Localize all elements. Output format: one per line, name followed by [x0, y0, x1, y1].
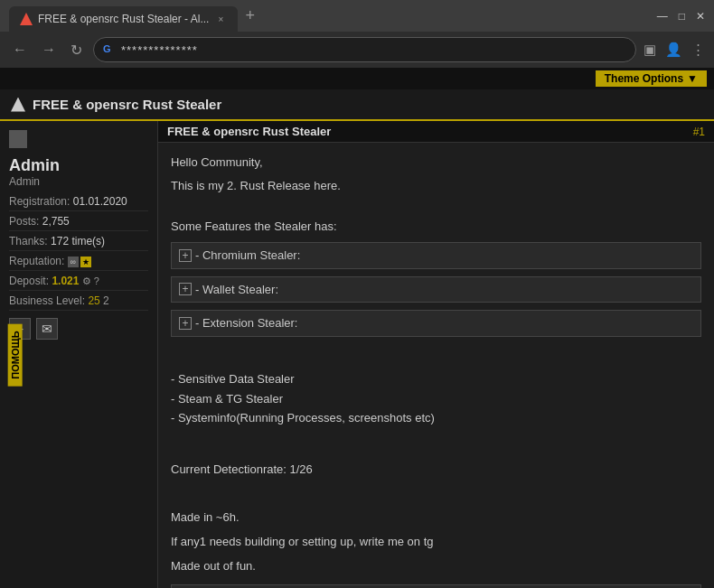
help-label[interactable]: ПОМОЩЬ [8, 323, 23, 386]
forward-button[interactable]: → [38, 40, 60, 60]
reputation-icons: ∞ ★ [68, 257, 91, 267]
deposit-label: Deposit: [9, 275, 49, 287]
tab-title: FREE & opensrc Rust Stealer - Al... [38, 13, 209, 25]
made-line2: If any1 needs building or setting up, wr… [171, 533, 701, 552]
profile-icon[interactable]: 👤 [665, 42, 682, 58]
deposit-icons: ⚙ ? [82, 275, 99, 286]
post-header-title: FREE & opensrc Rust Stealer [167, 125, 331, 138]
forum-header: FREE & opensrc Rust Stealer [0, 89, 714, 121]
deposit-info: Deposit: 1.021 ⚙ ? [9, 275, 148, 291]
spoiler-chromium-header[interactable]: + - Chromium Stealer: [172, 243, 700, 268]
theme-options-button[interactable]: Theme Options ▼ [596, 70, 707, 87]
spoiler-extension: + - Extension Stealer: [171, 310, 701, 337]
registration-date: 01.01.2020 [73, 195, 127, 208]
forum-topbar: Theme Options ▼ [0, 68, 714, 89]
rep-icon-1: ∞ [68, 257, 79, 267]
toolbar-icons: ▣ 👤 ⋮ [644, 42, 705, 58]
features-list: - Sensitive Data Stealer - Steam & TG St… [171, 370, 701, 427]
spoiler-extension-toggle[interactable]: + [179, 317, 192, 330]
made-line1: Made in ~6h. [171, 509, 701, 527]
extensions-icon[interactable]: ▣ [644, 42, 656, 58]
thanks-label: Thanks: [9, 235, 48, 247]
browser-toolbar: ← → ↻ G ************** ▣ 👤 ⋮ [0, 32, 714, 68]
made-info: Made in ~6h. If any1 needs building or s… [171, 509, 701, 575]
spoiler-chromium: + - Chromium Stealer: [171, 242, 701, 269]
rep-icon-2: ★ [80, 257, 91, 267]
avatar [9, 130, 27, 148]
forum-logo-icon [11, 98, 25, 112]
hidden-text-box-1: 💬 Hidden text, the following conditions … [171, 584, 701, 588]
feature-item-3: - Systeminfo(Running Processes, screensh… [171, 409, 701, 427]
username: Admin [9, 156, 148, 175]
feature-item-2: - Steam & TG Stealer [171, 390, 701, 408]
registration-label: Registration: [9, 195, 70, 208]
menu-icon[interactable]: ⋮ [691, 42, 705, 58]
tab-bar: FREE & opensrc Rust Stealer - Al... × + [9, 0, 262, 32]
tab-favicon [20, 13, 33, 25]
spoiler-wallet-label: - Wallet Stealer: [195, 281, 278, 299]
spoiler-wallet-header[interactable]: + - Wallet Stealer: [172, 277, 700, 303]
forum-title: FREE & opensrc Rust Stealer [33, 97, 221, 112]
spoiler-chromium-label: - Chromium Stealer: [195, 247, 300, 265]
feature-item-1: - Sensitive Data Stealer [171, 370, 701, 388]
user-avatar-area [9, 130, 148, 151]
reputation-label: Reputation: [9, 255, 64, 267]
spoiler-extension-header[interactable]: + - Extension Stealer: [172, 311, 700, 336]
content-area[interactable]: FREE & opensrc Rust Stealer #1 Hello Com… [158, 121, 714, 588]
reload-button[interactable]: ↻ [67, 40, 86, 61]
deposit-amount: 1.021 [52, 275, 79, 287]
made-line3: Made out of fun. [171, 557, 701, 576]
spoiler-wallet: + - Wallet Stealer: [171, 276, 701, 303]
tab-close-button[interactable]: × [214, 13, 227, 25]
message-action-button[interactable]: ✉ [36, 318, 58, 340]
forum-main: Admin Admin Registration: 01.01.2020 Pos… [0, 121, 714, 588]
spoiler-wallet-toggle[interactable]: + [179, 283, 192, 295]
user-role: Admin [9, 175, 148, 188]
posts-label: Posts: [9, 215, 39, 228]
spoiler-toggle-icon[interactable]: + [179, 249, 192, 262]
chevron-down-icon: ▼ [687, 72, 698, 85]
thanks-info: Thanks: 172 time(s) [9, 235, 148, 251]
titlebar: FREE & opensrc Rust Stealer - Al... × + … [0, 0, 714, 32]
features-intro: Some Features the Stealer has: [171, 218, 701, 236]
business-level: 25 [88, 294, 99, 307]
forum-page: Theme Options ▼ FREE & opensrc Rust Stea… [0, 68, 714, 588]
post-number: #1 [693, 126, 705, 138]
new-tab-button[interactable]: + [238, 0, 262, 32]
google-icon: G [103, 43, 116, 56]
business-info: Business Level: 25 2 [9, 294, 148, 311]
post-header: FREE & opensrc Rust Stealer #1 [158, 121, 714, 143]
address-text: ************** [121, 43, 198, 57]
detection-rate: Current Detectionrate: 1/26 [171, 461, 701, 479]
post-body: Hello Community, This is my 2. Rust Rele… [158, 143, 714, 588]
close-button[interactable]: ✕ [696, 10, 705, 23]
theme-options-label: Theme Options [605, 72, 683, 85]
user-sidebar: Admin Admin Registration: 01.01.2020 Pos… [0, 121, 158, 588]
posts-info: Posts: 2,755 [9, 215, 148, 231]
business-num: 2 [103, 294, 109, 307]
reputation-info: Reputation: ∞ ★ [9, 255, 148, 271]
window-controls: — □ ✕ [657, 10, 705, 23]
posts-count: 2,755 [42, 215, 70, 228]
post-greeting: Hello Community, [171, 154, 701, 172]
address-bar[interactable]: G ************** [93, 37, 636, 62]
browser-chrome: FREE & opensrc Rust Stealer - Al... × + … [0, 0, 714, 68]
post-intro: This is my 2. Rust Release here. [171, 177, 701, 195]
business-label: Business Level: [9, 294, 85, 307]
registration-info: Registration: 01.01.2020 [9, 195, 148, 211]
back-button[interactable]: ← [9, 40, 31, 60]
thanks-count: 172 time(s) [51, 235, 105, 247]
minimize-button[interactable]: — [657, 10, 668, 23]
sidebar-actions: + ✉ [9, 318, 148, 340]
spoiler-extension-label: - Extension Stealer: [195, 314, 297, 332]
active-tab[interactable]: FREE & opensrc Rust Stealer - Al... × [9, 6, 238, 32]
maximize-button[interactable]: □ [679, 10, 685, 23]
